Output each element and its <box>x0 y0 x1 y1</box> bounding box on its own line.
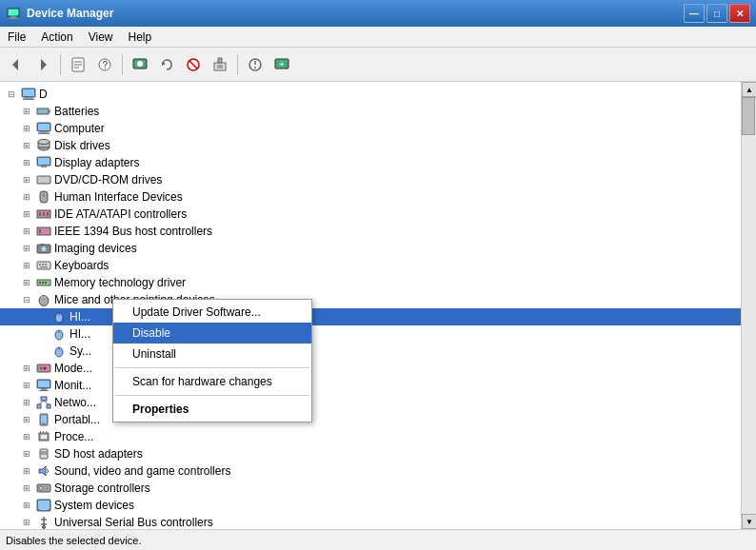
maximize-button[interactable]: □ <box>706 4 727 23</box>
expand-icon[interactable]: ⊞ <box>19 361 34 376</box>
expand-icon[interactable]: ⊞ <box>19 189 34 205</box>
context-menu-properties[interactable]: Properties <box>113 399 311 420</box>
device-icon <box>51 344 67 359</box>
svg-text:?: ? <box>103 60 109 70</box>
expand-icon[interactable]: ⊞ <box>19 241 34 256</box>
tree-node-imaging[interactable]: ⊞ Imaging devices <box>0 240 741 257</box>
expand-icon[interactable]: ⊞ <box>19 206 34 222</box>
svg-rect-27 <box>23 99 34 101</box>
back-button[interactable] <box>4 52 29 77</box>
svg-point-88 <box>43 423 45 425</box>
tree-node-hid-device-3[interactable]: Sy... <box>0 343 741 360</box>
help-button[interactable]: ? <box>92 52 117 77</box>
expand-icon[interactable]: ⊞ <box>19 378 34 393</box>
context-menu-uninstall[interactable]: Uninstall <box>113 344 311 364</box>
tree-node-processors[interactable]: ⊞ Proce... <box>0 428 741 445</box>
expand-icon[interactable]: ⊟ <box>19 292 34 307</box>
menu-action[interactable]: Action <box>33 27 80 47</box>
tree-node-memory[interactable]: ⊞ Memory technology driver <box>0 274 741 291</box>
tree-node-portable[interactable]: ⊞ Portabl... <box>0 411 741 428</box>
svg-marker-4 <box>41 59 47 70</box>
svg-rect-32 <box>40 131 48 133</box>
svg-rect-66 <box>42 296 45 300</box>
scroll-up-button[interactable]: ▲ <box>742 82 756 97</box>
rollback-button[interactable] <box>154 52 179 77</box>
tree-node-keyboards[interactable]: ⊞ Keyboards <box>0 257 741 274</box>
expand-icon[interactable]: ⊞ <box>19 498 34 513</box>
tree-label: System devices <box>54 499 134 512</box>
tree-node-sound[interactable]: ⊞ Sound, video and game controllers <box>0 462 741 480</box>
scroll-track[interactable] <box>742 97 756 514</box>
tree-label: Imaging devices <box>54 242 137 255</box>
svg-rect-61 <box>39 282 41 284</box>
tree-node-network[interactable]: ⊞ Netwo... <box>0 394 741 411</box>
tree-node-display[interactable]: ⊞ Display adapters <box>0 154 741 171</box>
tree-node-sd[interactable]: ⊞ SD host adapters <box>0 445 741 462</box>
disable-button[interactable] <box>181 52 206 77</box>
expand-icon[interactable]: ⊞ <box>19 155 34 170</box>
tree-node-mice[interactable]: ⊟ Mice and other pointing devices <box>0 291 741 308</box>
expand-icon[interactable]: ⊞ <box>19 515 34 529</box>
tree-node-ide[interactable]: ⊞ IDE ATA/ATAPI controllers <box>0 206 741 223</box>
expand-icon[interactable]: ⊞ <box>19 138 34 153</box>
scan-changes-button[interactable] <box>243 52 268 77</box>
svg-point-100 <box>39 486 43 490</box>
expand-icon[interactable]: ⊟ <box>4 87 19 102</box>
app-icon <box>6 6 21 21</box>
device-tree[interactable]: ⊟ D ⊞ Batteries ⊞ <box>0 82 741 529</box>
forward-button[interactable] <box>30 52 55 77</box>
expand-icon[interactable]: ⊞ <box>19 412 34 427</box>
device-icon <box>51 309 67 324</box>
context-menu-update-driver[interactable]: Update Driver Software... <box>113 302 311 323</box>
scroll-down-button[interactable]: ▼ <box>742 514 756 529</box>
window-controls: — □ ✕ <box>684 4 750 23</box>
expand-icon[interactable]: ⊞ <box>19 395 34 410</box>
uninstall-button[interactable] <box>208 52 232 77</box>
tree-node-usb[interactable]: ⊞ Universal Serial Bus controllers <box>0 514 741 529</box>
expand-icon[interactable]: ⊞ <box>19 463 34 479</box>
svg-marker-3 <box>12 59 18 70</box>
expand-icon[interactable]: ⊞ <box>19 275 34 290</box>
scrollbar[interactable]: ▲ ▼ <box>741 82 756 529</box>
expand-icon[interactable] <box>34 326 50 342</box>
tree-node-dvd[interactable]: ⊞ DVD/CD-ROM drives <box>0 171 741 188</box>
menu-view[interactable]: View <box>81 27 121 47</box>
tree-node-modems[interactable]: ⊞ Mode... <box>0 360 741 377</box>
expand-icon[interactable] <box>34 309 50 324</box>
context-menu-disable[interactable]: Disable <box>113 323 311 344</box>
menu-help[interactable]: Help <box>121 27 160 47</box>
tree-node-hid-device-1[interactable]: HI... <box>0 308 741 325</box>
tree-node-storage[interactable]: ⊞ Storage controllers <box>0 480 741 497</box>
tree-label: HI... <box>70 327 90 341</box>
expand-icon[interactable]: ⊞ <box>19 121 34 136</box>
expand-icon[interactable]: ⊞ <box>19 104 34 119</box>
expand-icon[interactable]: ⊞ <box>19 446 34 462</box>
expand-icon[interactable]: ⊞ <box>19 481 34 496</box>
minimize-button[interactable]: — <box>684 4 705 23</box>
tree-node-ieee[interactable]: ⊞ IEEE 1394 Bus host controllers <box>0 223 741 240</box>
tree-node-system[interactable]: ⊞ System devices <box>0 497 741 514</box>
tree-node-monitors[interactable]: ⊞ Monit... <box>0 377 741 394</box>
expand-icon[interactable]: ⊞ <box>19 429 34 444</box>
expand-icon[interactable]: ⊞ <box>19 172 34 187</box>
tree-node-computer[interactable]: ⊞ Computer <box>0 120 741 137</box>
tree-node-hid[interactable]: ⊞ Human Interface Devices <box>0 188 741 206</box>
expand-icon[interactable]: ⊞ <box>19 258 34 273</box>
tree-node-disk[interactable]: ⊞ Disk drives <box>0 137 741 154</box>
tree-node-root[interactable]: ⊟ D <box>0 86 741 103</box>
tree-label: HI... <box>70 310 90 324</box>
expand-icon[interactable]: ⊞ <box>19 224 34 239</box>
tree-node-hid-device-2[interactable]: HI... <box>0 325 741 343</box>
scroll-thumb[interactable] <box>742 97 755 135</box>
context-menu-scan[interactable]: Scan for hardware changes <box>113 371 311 392</box>
properties-button[interactable] <box>66 52 90 77</box>
menu-file[interactable]: File <box>0 27 33 47</box>
svg-rect-93 <box>46 431 47 433</box>
close-button[interactable]: ✕ <box>729 4 750 23</box>
add-legacy-button[interactable]: + <box>269 52 294 77</box>
svg-rect-39 <box>38 158 50 165</box>
expand-icon[interactable] <box>34 344 50 359</box>
update-driver-button[interactable] <box>128 52 152 77</box>
separator-2 <box>122 54 123 75</box>
tree-node-batteries[interactable]: ⊞ Batteries <box>0 103 741 120</box>
